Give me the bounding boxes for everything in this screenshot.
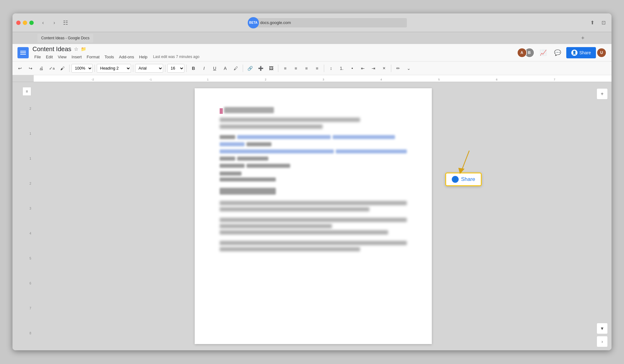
blur-11 (220, 172, 241, 176)
ruler: -2 -1 1 2 3 4 5 6 7 (12, 75, 612, 82)
back-button[interactable]: ‹ (39, 18, 47, 27)
bullet-list-button[interactable]: • (347, 63, 357, 73)
menu-file[interactable]: File (32, 54, 43, 60)
align-right-button[interactable]: ≡ (301, 63, 311, 73)
title-bar: ‹ › ☷ BETA 🔒 docs.google.com ⬆ ⊡ (12, 13, 612, 32)
close-button[interactable] (16, 21, 21, 25)
increase-indent-button[interactable]: ⇥ (368, 63, 378, 73)
docs-title-area: Content Ideas ☆ 📁 File Edit View Insert … (32, 46, 199, 60)
navigate-down-button[interactable]: ▼ (597, 323, 608, 334)
align-left-button[interactable]: ≡ (280, 63, 290, 73)
blur-10 (246, 164, 290, 168)
blur-label (220, 135, 235, 139)
doc-scroll[interactable]: 👤 Share (34, 82, 593, 350)
extra-blur-2 (220, 247, 360, 251)
heading-select[interactable]: Heading 2 (97, 64, 131, 73)
margin-ruler: ≡ 2 1 1 2 3 4 5 6 7 8 9 10 (12, 82, 34, 350)
heading-blurred (220, 188, 276, 195)
toolbar-divider-8 (324, 65, 324, 72)
share-callout-box[interactable]: 👤 Share (445, 172, 482, 186)
blur-8 (237, 157, 268, 161)
zoom-select[interactable]: 100% (71, 64, 93, 73)
content-section-last (220, 218, 407, 235)
underline-button[interactable]: U (210, 63, 220, 73)
ruler-mark: 7 (554, 78, 555, 81)
sidebar-toggle-button[interactable]: ☷ (61, 18, 70, 27)
share-header-button[interactable]: 👤 Share (566, 47, 596, 58)
toolbar-divider-4 (165, 65, 165, 72)
bold-button[interactable]: B (188, 63, 198, 73)
docs-header: Content Ideas ☆ 📁 File Edit View Insert … (12, 44, 612, 61)
document-outline-icon[interactable]: ≡ (22, 87, 31, 96)
blur-sel-5 (220, 149, 334, 153)
align-center-button[interactable]: ≡ (291, 63, 301, 73)
tab-bar: Content Ideas - Google Docs + (12, 32, 612, 44)
active-tab[interactable]: Content Ideas - Google Docs (37, 34, 93, 42)
docs-toolbar: ↩ ↪ 🖨 ✓a 🖌 100% Heading 2 Arial 16 B I (12, 61, 612, 75)
star-icon[interactable]: ☆ (74, 46, 78, 52)
numbered-list-button[interactable]: 1. (337, 63, 347, 73)
folder-icon[interactable]: 📁 (81, 46, 86, 51)
current-user-placeholder: U (597, 48, 606, 57)
insert-button[interactable]: ➕ (256, 63, 266, 73)
expand-button[interactable]: ⌄ (404, 63, 414, 73)
link-button[interactable]: 🔗 (245, 63, 255, 73)
fullscreen-toggle-button[interactable]: ⊡ (599, 18, 608, 27)
avatar-placeholder-1: A (518, 48, 526, 57)
content-blur-1 (220, 118, 360, 122)
undo-button[interactable]: ↩ (15, 63, 25, 73)
highlight-button[interactable]: 🖊 (231, 63, 241, 73)
add-content-button[interactable]: + (597, 88, 608, 99)
font-size-select[interactable]: 16 (167, 64, 184, 73)
trending-icon-button[interactable]: 📈 (538, 47, 549, 58)
share-page-button[interactable]: ⬆ (588, 18, 597, 27)
print-button[interactable]: 🖨 (36, 63, 46, 73)
menu-insert[interactable]: Insert (70, 54, 84, 60)
minimize-button[interactable] (23, 21, 27, 25)
address-bar[interactable]: 🔒 docs.google.com (251, 18, 407, 27)
image-button[interactable]: 🖼 (266, 63, 276, 73)
toolbar-divider-1 (69, 65, 70, 72)
share-header-label: Share (579, 50, 591, 55)
body-blur-2 (220, 207, 369, 211)
editor-area: ≡ 2 1 1 2 3 4 5 6 7 8 9 10 (12, 82, 612, 350)
clear-format-button[interactable]: ✕ (379, 63, 389, 73)
font-select[interactable]: Arial (135, 64, 163, 73)
justify-button[interactable]: ≡ (312, 63, 322, 73)
docs-header-right: A B 📈 💬 👤 Share U (517, 47, 607, 58)
comment-icon-button[interactable]: 💬 (552, 47, 563, 58)
new-tab-button[interactable]: + (579, 34, 587, 42)
content-section-2 (220, 135, 407, 182)
italic-button[interactable]: I (199, 63, 209, 73)
share-callout-person-icon: 👤 (452, 176, 459, 183)
blur-sel-6 (336, 149, 407, 153)
ruler-mark: -2 (91, 78, 94, 81)
docs-app: Content Ideas ☆ 📁 File Edit View Insert … (12, 44, 612, 350)
menu-help[interactable]: Help (137, 54, 149, 60)
menu-addons[interactable]: Add-ons (117, 54, 136, 60)
text-color-button[interactable]: A (220, 63, 230, 73)
forward-button[interactable]: › (50, 18, 59, 27)
tab-label: Content Ideas - Google Docs (41, 36, 90, 40)
ruler-num-1b: 1 (29, 157, 31, 160)
ruler-num-7: 7 (29, 307, 31, 310)
address-bar-wrap: BETA 🔒 docs.google.com (72, 18, 585, 27)
menu-view[interactable]: View (56, 54, 68, 60)
decrease-indent-button[interactable]: ⇤ (358, 63, 368, 73)
fullscreen-button[interactable] (29, 21, 34, 25)
pink-marker (220, 108, 223, 114)
menu-edit[interactable]: Edit (44, 54, 55, 60)
edit-mode-button[interactable]: ✏ (393, 63, 403, 73)
spellcheck-button[interactable]: ✓a (47, 63, 57, 73)
row-2 (220, 142, 407, 148)
collapse-panel-button[interactable]: › (597, 336, 608, 347)
document-title[interactable]: Content Ideas (32, 46, 71, 53)
redo-button[interactable]: ↪ (26, 63, 36, 73)
content-section-title (220, 107, 407, 129)
line-spacing-button[interactable]: ↕ (326, 63, 336, 73)
last-blur-3 (220, 230, 388, 235)
menu-format[interactable]: Format (85, 54, 101, 60)
paintformat-button[interactable]: 🖌 (57, 63, 67, 73)
menu-tools[interactable]: Tools (103, 54, 116, 60)
avatar-user1: A (517, 48, 527, 58)
